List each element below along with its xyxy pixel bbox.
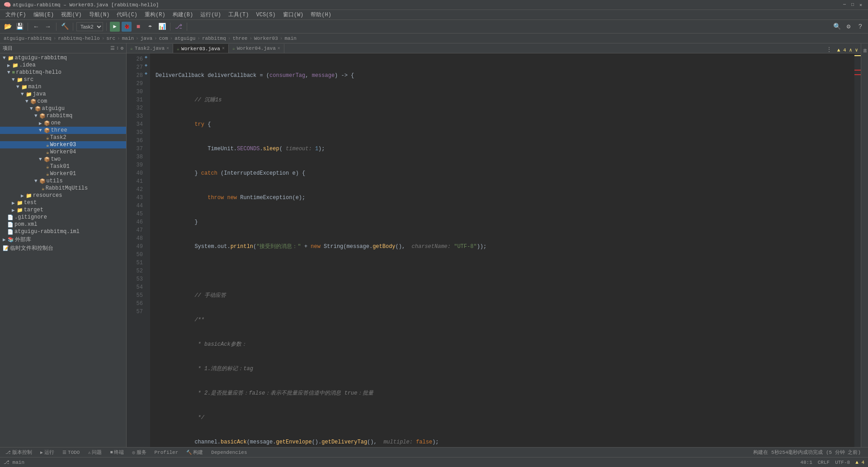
close-tab-worker04[interactable]: × (278, 46, 280, 51)
toolbar-coverage-btn[interactable]: ☂ (145, 22, 155, 32)
bottom-tab-dependencies[interactable]: Dependencies (208, 449, 250, 456)
tree-item-src[interactable]: ▼ 📁 src (0, 76, 126, 83)
menu-edit[interactable]: 编辑(E) (30, 10, 58, 19)
toolbar-profiler-btn[interactable]: 📊 (157, 22, 167, 32)
tree-item-resources[interactable]: ▶ 📁 resources (0, 192, 126, 199)
toolbar-git-btn[interactable]: ⎇ (174, 22, 184, 32)
menu-navigate[interactable]: 导航(N) (85, 10, 113, 19)
menu-view[interactable]: 视图(V) (57, 10, 85, 19)
toolbar-build-btn[interactable]: 🔨 (60, 22, 70, 32)
tab-worker04[interactable]: ☕ Worker04.java × (229, 44, 284, 53)
bottom-tab-profiler[interactable]: Profiler (151, 449, 182, 456)
tree-item-test[interactable]: ▶ 📁 test (0, 199, 126, 206)
tree-item-atguigu[interactable]: ▼ 📦 atguigu (0, 105, 126, 112)
breadcrumb-worker03[interactable]: Worker03 (254, 36, 278, 41)
tree-item-target[interactable]: ▶ 📁 target (0, 206, 126, 214)
tab-worker03[interactable]: ☕ Worker03.java × (173, 44, 229, 53)
tree-item-rabbitmqutils[interactable]: ☕ RabbitMqUtils (0, 185, 126, 192)
tab-more-options[interactable]: ⋮ (824, 46, 835, 53)
menu-tools[interactable]: 工具(T) (225, 10, 253, 19)
toolbar-help-btn[interactable]: ? (855, 22, 865, 32)
bottom-tab-version-control[interactable]: ⎇ 版本控制 (2, 448, 36, 457)
file-encoding[interactable]: UTF-8 (835, 460, 850, 465)
cursor-position[interactable]: 48:1 (800, 460, 812, 465)
close-button[interactable]: ✕ (857, 1, 864, 9)
tree-item-worker03[interactable]: ☕ Worker03 (0, 141, 126, 148)
panel-icon-gear[interactable]: ⚙ (120, 45, 123, 51)
tree-item-main[interactable]: ▼ 📁 main (0, 83, 126, 91)
breadcrumb-three[interactable]: three (232, 36, 247, 41)
toolbar-forward-btn[interactable]: → (43, 22, 53, 32)
breadcrumb-sep-8: › (228, 36, 231, 41)
tree-item-ext-lib[interactable]: ▶ 📚 外部库 (0, 235, 126, 244)
code-editor[interactable]: 26272829 30313233 34353637 38394041 4243… (127, 53, 861, 447)
maximize-button[interactable]: □ (849, 1, 856, 9)
tree-item-scratch[interactable]: 📝 临时文件和控制台 (0, 244, 126, 253)
bottom-tab-problems[interactable]: ⚠ 问题 (84, 448, 105, 457)
tree-item-one[interactable]: ▶ 📦 one (0, 119, 126, 127)
tree-item-gitignore[interactable]: 📄 .gitignore (0, 214, 126, 221)
toolbar-search-btn[interactable]: 🔍 (832, 22, 842, 32)
run-button[interactable]: ▶ (110, 22, 120, 32)
bottom-tab-terminal[interactable]: ■ 终端 (106, 448, 127, 457)
tab-task2[interactable]: ☕ Task2.java × (127, 44, 173, 53)
bottom-tab-todo[interactable]: ☰ TODO (59, 449, 83, 456)
toolbar-settings-btn[interactable]: ⚙ (844, 22, 854, 32)
expand-icon-one: ▶ (39, 120, 42, 126)
code-line-41: channel.basicAck(message.getEnvelope().g… (156, 438, 854, 446)
close-tab-task2[interactable]: × (166, 46, 169, 51)
breadcrumb-atguigu[interactable]: atguigu (175, 36, 195, 41)
tree-item-java[interactable]: ▼ 📁 java (0, 91, 126, 98)
tree-item-task01[interactable]: ☕ Task01 (0, 163, 126, 170)
toolbar-save-btn[interactable]: 💾 (14, 22, 24, 32)
code-area[interactable]: DeliverCallback deliverCallback = (consu… (150, 53, 854, 447)
breadcrumb-rabbitmq[interactable]: rabbitmq (202, 36, 226, 41)
tree-item-worker04[interactable]: ☕ Worker04 (0, 148, 126, 156)
panel-icon-list[interactable]: ☰ (110, 45, 115, 51)
menu-refactor[interactable]: 重构(R) (141, 10, 169, 19)
breadcrumb-main2[interactable]: main (284, 36, 296, 41)
bottom-tab-build[interactable]: 🔨 构建 (183, 448, 207, 457)
tree-item-rabbitmq-hello[interactable]: ▼ ■ rabbitmq-hello (0, 69, 126, 76)
tree-item-iml[interactable]: 📄 atguigu-rabbitmq.iml (0, 228, 126, 235)
run-config-dropdown[interactable]: Task2 (76, 22, 103, 31)
breadcrumb-project[interactable]: atguigu-rabbitmq (4, 36, 52, 41)
close-tab-worker03[interactable]: × (222, 46, 225, 51)
toolbar-back-btn[interactable]: ← (31, 22, 41, 32)
bottom-tab-services[interactable]: ◎ 服务 (128, 448, 150, 457)
tree-item-worker01[interactable]: ☕ Worker01 (0, 170, 126, 177)
tree-item-com[interactable]: ▼ 📦 com (0, 98, 126, 105)
vc-icon: ⎇ (5, 450, 11, 455)
menu-vcs[interactable]: VCS(S) (252, 11, 279, 19)
breadcrumb-main[interactable]: main (122, 36, 134, 41)
menu-build[interactable]: 构建(B) (169, 10, 197, 19)
breadcrumb-java[interactable]: java (141, 36, 152, 41)
breadcrumb-module[interactable]: rabbitmq-hello (58, 36, 99, 41)
breadcrumb-com[interactable]: com (159, 36, 168, 41)
code-line-37: * basicAck参数： (156, 340, 854, 348)
menu-code[interactable]: 代码(C) (113, 10, 141, 19)
panel-icon-sort[interactable]: ↕ (116, 45, 119, 51)
debug-button[interactable]: 🐞 (122, 22, 132, 32)
tree-item-utils[interactable]: ▼ 📦 utils (0, 177, 126, 185)
tree-item-rabbitmq-pkg[interactable]: ▼ 📦 rabbitmq (0, 112, 126, 119)
line-separator[interactable]: CRLF (818, 460, 830, 465)
menu-file[interactable]: 文件(F) (2, 10, 30, 19)
menu-help[interactable]: 帮助(H) (307, 10, 335, 19)
tree-item-idea[interactable]: ▶ 📁 .idea (0, 62, 126, 69)
breadcrumb-src[interactable]: src (106, 36, 115, 41)
menu-window[interactable]: 窗口(W) (279, 10, 307, 19)
git-branch[interactable]: ⎇ main (4, 459, 24, 465)
menu-run[interactable]: 运行(U) (197, 10, 225, 19)
bottom-tab-run[interactable]: ▶ 运行 (37, 448, 58, 457)
minimize-button[interactable]: ─ (841, 1, 848, 9)
tree-item-three[interactable]: ▼ 📦 three (0, 127, 126, 134)
toolbar-stop-btn[interactable]: ■ (133, 22, 143, 32)
tree-item-pom[interactable]: 📄 pom.xml (0, 221, 126, 228)
tree-item-task2[interactable]: ☕ Task2 (0, 134, 126, 141)
tree-item-root[interactable]: ▼ 📁 atguigu-rabbitmq (0, 54, 126, 62)
tree-item-two[interactable]: ▼ 📦 two (0, 156, 126, 163)
right-scroll-gutter (854, 53, 861, 447)
toolbar-open-btn[interactable]: 📂 (3, 22, 13, 32)
breadcrumb: atguigu-rabbitmq › rabbitmq-hello › src … (0, 33, 868, 43)
